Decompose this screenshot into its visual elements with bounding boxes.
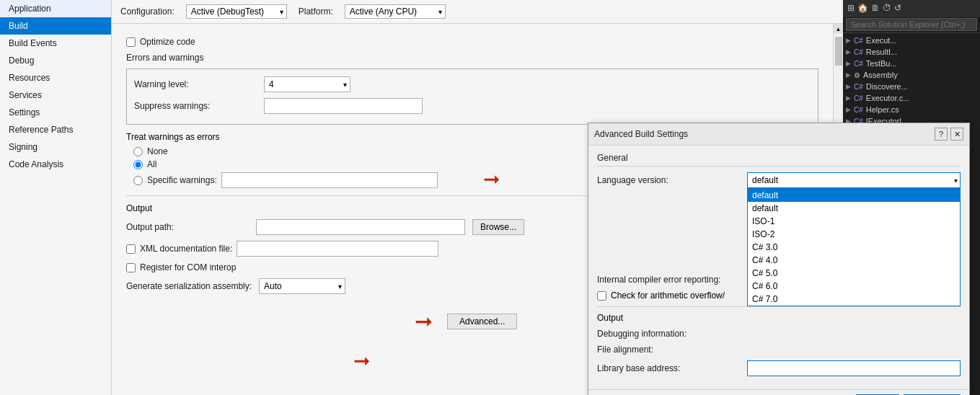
se-item-assembly[interactable]: ▶ ⚙ Assembly: [843, 69, 980, 81]
se-arrow-icon: ▶: [846, 94, 851, 102]
dropdown-item-iso1[interactable]: ISO-1: [748, 215, 960, 228]
specific-warnings-input[interactable]: [221, 172, 438, 188]
specific-radio[interactable]: [133, 176, 143, 185]
configuration-select[interactable]: Active (DebugTest): [186, 4, 287, 19]
language-version-row: Language version: default ▾ default defa…: [597, 172, 961, 188]
se-toolbar-icon4: ⏱: [883, 3, 891, 13]
sidebar-item-build-events[interactable]: Build Events: [0, 35, 111, 52]
sidebar-item-code-analysis[interactable]: Code Analysis: [0, 156, 111, 173]
dropdown-item-cs5[interactable]: C# 5.0: [748, 267, 960, 280]
se-arrow-icon: ▶: [846, 48, 851, 56]
check-overflow-label: Check for arithmetic overflow/: [611, 290, 725, 301]
check-overflow-checkbox[interactable]: [597, 291, 606, 301]
dropdown-item-cs4[interactable]: C# 4.0: [748, 254, 960, 267]
library-base-row: Library base address: 0x400000: [597, 360, 961, 376]
se-item-testbu[interactable]: ▶ C# TestBu...: [843, 58, 980, 69]
configuration-label: Configuration:: [120, 6, 175, 17]
all-radio[interactable]: [133, 160, 143, 169]
dialog-help-button[interactable]: ?: [935, 128, 948, 141]
dropdown-item-cs6[interactable]: C# 6.0: [748, 280, 960, 293]
se-arrow-icon: ▶: [846, 71, 851, 79]
se-item-label: Execut...: [866, 36, 897, 45]
optimize-code-checkbox[interactable]: [126, 37, 136, 47]
dropdown-item-iso2[interactable]: ISO-2: [748, 228, 960, 241]
warning-level-select-wrapper: 4: [264, 76, 350, 92]
se-csharp-icon: C#: [854, 60, 863, 68]
se-assembly-icon: ⚙: [854, 71, 860, 79]
se-item-label: Discovere...: [866, 82, 908, 91]
sidebar-item-settings[interactable]: Settings: [0, 104, 111, 121]
dropdown-item-cs3[interactable]: C# 3.0: [748, 241, 960, 254]
advanced-arrow-icon: ➞: [415, 309, 433, 334]
se-csharp-icon: C#: [854, 94, 863, 102]
scroll-up-button[interactable]: ▲: [834, 24, 844, 34]
output-path-label: Output path:: [126, 222, 249, 232]
language-version-dropdown[interactable]: default default ISO-1 ISO-2 C# 3.0 C# 4.…: [747, 188, 961, 306]
output-path-input[interactable]: ..\..\..\..\Bin\DebugTest\xUnit21\: [256, 219, 465, 235]
xml-doc-checkbox[interactable]: [126, 244, 136, 254]
se-item-helper[interactable]: ▶ C# Helper.cs: [843, 104, 980, 115]
com-interop-checkbox[interactable]: [126, 263, 136, 272]
se-item-discovere[interactable]: ▶ C# Discovere...: [843, 81, 980, 92]
dropdown-item-default-selected[interactable]: default: [748, 189, 960, 202]
language-version-display[interactable]: default: [747, 172, 961, 188]
platform-select[interactable]: Active (Any CPU): [345, 4, 446, 19]
se-toolbar-icon2: 🏠: [857, 3, 868, 13]
dropdown-item-cs7[interactable]: C# 7.0: [748, 293, 960, 306]
sidebar-item-signing[interactable]: Signing: [0, 138, 111, 156]
se-csharp-icon: C#: [854, 83, 863, 91]
advanced-build-settings-dialog: Advanced Build Settings ? ✕ General Lang…: [588, 123, 970, 395]
dialog-general-title: General: [597, 153, 961, 167]
all-label: All: [147, 159, 156, 169]
sidebar-item-reference-paths[interactable]: Reference Paths: [0, 121, 111, 138]
library-base-input[interactable]: 0x400000: [747, 360, 961, 376]
debugging-info-label: Debugging information:: [597, 329, 741, 339]
se-arrow-icon: ▶: [846, 60, 851, 67]
se-item-label: Executor.c...: [866, 94, 910, 102]
se-item-result[interactable]: ▶ C# ResultI...: [843, 46, 980, 58]
com-interop-label: Register for COM interop: [140, 262, 236, 272]
dialog-close-button[interactable]: ✕: [950, 128, 963, 141]
suppress-warnings-row: Suppress warnings:: [134, 98, 811, 114]
dialog-footer: OK Cancel: [588, 389, 969, 395]
se-arrow-icon: ▶: [846, 37, 851, 44]
language-version-label: Language version:: [597, 175, 741, 185]
se-item-execut[interactable]: ▶ C# Execut...: [843, 35, 980, 46]
sidebar-item-build[interactable]: Build: [0, 17, 111, 35]
xml-doc-input[interactable]: [237, 241, 438, 257]
file-alignment-row: File alignment:: [597, 345, 961, 355]
se-toolbar-icon5: ↺: [894, 3, 901, 13]
se-toolbar-icon3: 🗎: [871, 3, 880, 13]
gen-serial-select[interactable]: Auto: [259, 278, 345, 294]
dialog-controls: ? ✕: [935, 128, 963, 141]
internal-compiler-label: Internal compiler error reporting:: [597, 275, 741, 285]
suppress-warnings-input[interactable]: [264, 98, 423, 114]
sidebar-item-services[interactable]: Services: [0, 86, 111, 104]
se-item-label: TestBu...: [866, 59, 897, 68]
se-toolbar-icon1: ⊞: [847, 3, 855, 13]
dialog-body: General Language version: default ▾ defa…: [588, 146, 969, 389]
warning-level-select[interactable]: 4: [264, 76, 350, 92]
none-radio[interactable]: [133, 147, 143, 156]
debugging-info-row: Debugging information:: [597, 329, 961, 339]
dialog-title: Advanced Build Settings: [594, 129, 688, 139]
browse-button[interactable]: Browse...: [472, 219, 524, 235]
se-csharp-icon: C#: [854, 106, 863, 114]
xml-doc-label: XML documentation file:: [140, 244, 232, 254]
dialog-titlebar: Advanced Build Settings ? ✕: [588, 123, 969, 146]
errors-warnings-title: Errors and warnings: [126, 53, 818, 63]
dialog-output-title: Output: [597, 313, 961, 323]
specific-warnings-label: Specific warnings:: [147, 175, 217, 185]
language-version-select-wrapper: default ▾ default default ISO-1 ISO-2 C#…: [747, 172, 961, 188]
advanced-button[interactable]: Advanced...: [447, 314, 517, 329]
scroll-thumb[interactable]: [835, 37, 842, 66]
dropdown-item-default[interactable]: default: [748, 202, 960, 215]
solution-explorer-search[interactable]: [846, 18, 977, 31]
se-item-label: ResultI...: [866, 48, 897, 56]
sidebar-item-application[interactable]: Application: [0, 0, 111, 17]
sidebar-item-resources[interactable]: Resources: [0, 69, 111, 86]
configuration-select-wrapper: Active (DebugTest): [186, 4, 287, 19]
file-alignment-label: File alignment:: [597, 345, 741, 355]
se-item-executor[interactable]: ▶ C# Executor.c...: [843, 92, 980, 104]
sidebar-item-debug[interactable]: Debug: [0, 52, 111, 69]
